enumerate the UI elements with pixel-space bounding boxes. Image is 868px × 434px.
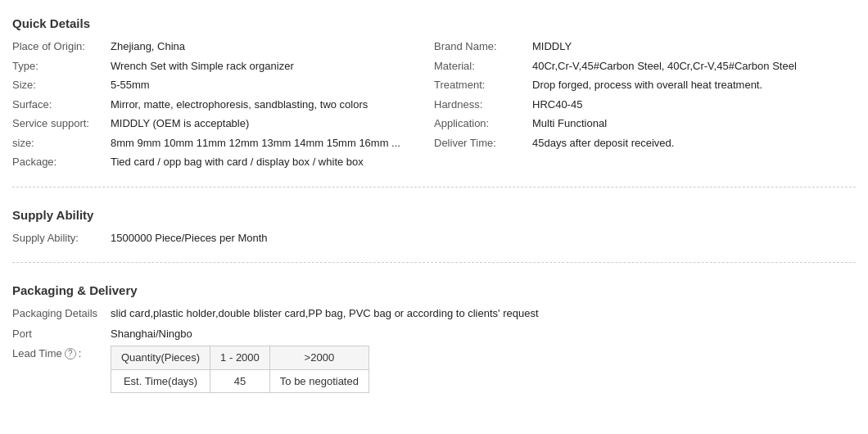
lead-time-label: Lead Time ?: bbox=[12, 346, 111, 362]
lead-time-table-cell: 45 bbox=[210, 369, 270, 393]
lead-time-help-icon[interactable]: ? bbox=[65, 348, 76, 359]
packaging-rows: Packaging Detailsslid card,plastic holde… bbox=[12, 305, 856, 341]
supply-label: Supply Ability: bbox=[12, 230, 111, 246]
supply-ability-row: Supply Ability:1500000 Piece/Pieces per … bbox=[12, 230, 856, 246]
lead-time-table-header: >2000 bbox=[269, 346, 368, 370]
detail-value: 45days after deposit received. bbox=[532, 135, 674, 151]
detail-label: Treatment: bbox=[434, 77, 532, 93]
quick-detail-right-row: Deliver Time:45days after deposit receiv… bbox=[434, 135, 856, 151]
packaging-delivery-section: Packaging & Delivery Packaging Detailssl… bbox=[12, 275, 856, 409]
detail-value: 8mm 9mm 10mm 11mm 12mm 13mm 14mm 15mm 16… bbox=[111, 135, 400, 151]
pkg-label: Port bbox=[12, 326, 111, 342]
quick-detail-left-row: Type:Wrench Set with Simple rack organiz… bbox=[12, 58, 434, 75]
pkg-value: Shanghai/Ningbo bbox=[111, 326, 192, 342]
detail-label: Service support: bbox=[12, 115, 111, 132]
detail-label: Hardness: bbox=[434, 97, 532, 113]
detail-label: Type: bbox=[12, 58, 111, 75]
lead-time-table: Quantity(Pieces)1 - 2000>2000Est. Time(d… bbox=[111, 346, 369, 393]
detail-label: Place of Origin: bbox=[12, 38, 111, 55]
quick-detail-right-row: Material:40Cr,Cr-V,45#Carbon Steel, 40Cr… bbox=[434, 58, 856, 75]
divider-1 bbox=[12, 187, 856, 188]
detail-label: Material: bbox=[434, 58, 532, 75]
lead-time-table-header: 1 - 2000 bbox=[210, 346, 270, 370]
quick-details-grid: Place of Origin:Zhejiang, ChinaType:Wren… bbox=[12, 38, 856, 170]
packaging-row: Packaging Detailsslid card,plastic holde… bbox=[12, 305, 856, 322]
pkg-label: Packaging Details bbox=[12, 305, 111, 322]
supply-ability-title: Supply Ability bbox=[12, 208, 856, 222]
quick-detail-right-row: Treatment:Drop forged, process with over… bbox=[434, 77, 856, 93]
detail-label: Brand Name: bbox=[434, 38, 532, 55]
lead-time-row: Lead Time ?: Quantity(Pieces)1 - 2000>20… bbox=[12, 346, 856, 393]
quick-details-left-column: Place of Origin:Zhejiang, ChinaType:Wren… bbox=[12, 38, 434, 170]
divider-2 bbox=[12, 262, 856, 263]
detail-value: Wrench Set with Simple rack organizer bbox=[111, 58, 294, 75]
lead-time-table-cell: Est. Time(days) bbox=[111, 369, 210, 393]
quick-details-section: Quick Details Place of Origin:Zhejiang, … bbox=[12, 8, 856, 183]
quick-detail-right-row: Brand Name:MIDDLY bbox=[434, 38, 856, 55]
detail-label: Size: bbox=[12, 77, 111, 93]
quick-detail-left-row: Place of Origin:Zhejiang, China bbox=[12, 38, 434, 55]
detail-value: Mirror, matte, electrophoresis, sandblas… bbox=[111, 97, 368, 113]
lead-time-text: Lead Time bbox=[12, 346, 62, 362]
quick-detail-left-row: Size:5-55mm bbox=[12, 77, 434, 93]
lead-time-table-cell: To be negotiated bbox=[269, 369, 368, 393]
detail-value: MIDDLY bbox=[532, 38, 572, 55]
detail-label: Application: bbox=[434, 115, 532, 132]
detail-value: MIDDLY (OEM is acceptable) bbox=[111, 115, 249, 132]
detail-value: HRC40-45 bbox=[532, 97, 582, 113]
quick-detail-left-row: size:8mm 9mm 10mm 11mm 12mm 13mm 14mm 15… bbox=[12, 135, 434, 151]
detail-value: Multi Functional bbox=[532, 115, 607, 132]
quick-details-title: Quick Details bbox=[12, 16, 856, 30]
quick-detail-left-row: Package:Tied card / opp bag with card / … bbox=[12, 154, 434, 170]
quick-detail-right-row: Application:Multi Functional bbox=[434, 115, 856, 132]
lead-time-table-container: Quantity(Pieces)1 - 2000>2000Est. Time(d… bbox=[111, 346, 369, 393]
quick-detail-left-row: Service support:MIDDLY (OEM is acceptabl… bbox=[12, 115, 434, 132]
packaging-delivery-title: Packaging & Delivery bbox=[12, 283, 856, 297]
supply-rows: Supply Ability:1500000 Piece/Pieces per … bbox=[12, 230, 856, 246]
quick-detail-left-row: Surface:Mirror, matte, electrophoresis, … bbox=[12, 97, 434, 113]
detail-value: 40Cr,Cr-V,45#Carbon Steel, 40Cr,Cr-V,45#… bbox=[532, 58, 797, 75]
packaging-row: PortShanghai/Ningbo bbox=[12, 326, 856, 342]
quick-details-right-column: Brand Name:MIDDLYMaterial:40Cr,Cr-V,45#C… bbox=[434, 38, 856, 170]
detail-value: 5-55mm bbox=[111, 77, 150, 93]
pkg-value: slid card,plastic holder,double blister … bbox=[111, 305, 539, 322]
detail-value: Tied card / opp bag with card / display … bbox=[111, 154, 364, 170]
detail-value: Drop forged, process with overall heat t… bbox=[532, 77, 762, 93]
detail-label: Package: bbox=[12, 154, 111, 170]
quick-detail-right-row: Hardness:HRC40-45 bbox=[434, 97, 856, 113]
lead-time-table-header: Quantity(Pieces) bbox=[111, 346, 210, 370]
supply-value: 1500000 Piece/Pieces per Month bbox=[111, 230, 268, 246]
detail-label: size: bbox=[12, 135, 111, 151]
detail-label: Surface: bbox=[12, 97, 111, 113]
detail-label: Deliver Time: bbox=[434, 135, 532, 151]
detail-value: Zhejiang, China bbox=[111, 38, 185, 55]
lead-time-table-row: Est. Time(days)45To be negotiated bbox=[111, 369, 369, 393]
supply-ability-section: Supply Ability Supply Ability:1500000 Pi… bbox=[12, 200, 856, 259]
